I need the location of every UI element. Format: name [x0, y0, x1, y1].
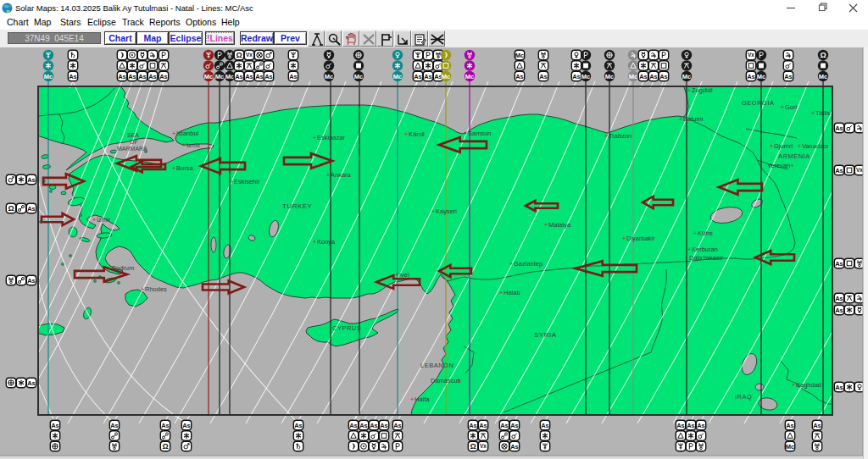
svg-text:As: As	[639, 73, 648, 80]
svg-text:Bursa: Bursa	[176, 164, 193, 172]
svg-text:SYRIA: SYRIA	[534, 331, 557, 339]
svg-text:SEA: SEA	[127, 132, 139, 138]
svg-text:As: As	[784, 73, 793, 80]
svg-text:IRAQ: IRAQ	[735, 393, 752, 401]
svg-text:As: As	[289, 73, 298, 80]
svg-text:Vx: Vx	[246, 52, 253, 58]
svg-text:As: As	[835, 124, 843, 132]
svg-text:Izmit: Izmit	[186, 141, 201, 149]
svg-text:Gaziantep: Gaziantep	[514, 260, 542, 268]
svg-text:Ω: Ω	[8, 204, 14, 213]
svg-text:Mc: Mc	[354, 73, 363, 80]
svg-text:Mc: Mc	[757, 73, 765, 80]
svg-text:As: As	[51, 422, 59, 429]
svg-text:Yerevan: Yerevan	[767, 162, 790, 169]
svg-text:As: As	[510, 443, 519, 451]
svg-text:MARMARA: MARMARA	[117, 146, 147, 152]
svg-text:As: As	[572, 73, 581, 80]
svg-text:Mc: Mc	[393, 73, 402, 80]
svg-text:Mc: Mc	[325, 73, 333, 80]
svg-text:Konya: Konya	[317, 238, 336, 246]
svg-text:Tbilis: Tbilis	[815, 109, 831, 117]
svg-text:Malatya: Malatya	[548, 221, 571, 229]
svg-text:As: As	[182, 422, 191, 429]
svg-text:As: As	[835, 307, 843, 314]
svg-text:As: As	[235, 73, 243, 80]
svg-text:As: As	[500, 422, 509, 429]
svg-text:CYPRUS: CYPRUS	[332, 324, 361, 332]
svg-text:Gjumri: Gjumri	[774, 142, 793, 150]
svg-text:+: +	[790, 162, 794, 169]
svg-text:As: As	[469, 422, 477, 429]
svg-text:As: As	[161, 422, 170, 429]
svg-text:Izmir: Izmir	[97, 216, 111, 224]
svg-text:As: As	[128, 73, 136, 80]
svg-text:As: As	[747, 73, 755, 80]
svg-text:TURKEY: TURKEY	[282, 202, 313, 210]
svg-text:Küfre: Küfre	[698, 230, 713, 237]
svg-text:As: As	[813, 422, 821, 429]
svg-text:Mc: Mc	[225, 73, 234, 80]
svg-text:As: As	[697, 422, 705, 429]
svg-text:Istanbul: Istanbul	[176, 130, 199, 137]
svg-text:As: As	[349, 422, 358, 429]
svg-text:As: As	[835, 167, 843, 174]
svg-text:Eskisehir: Eskisehir	[234, 178, 260, 185]
svg-text:As: As	[27, 277, 36, 285]
svg-text:DalaYakasir: DalaYakasir	[689, 254, 723, 262]
svg-text:Vx: Vx	[856, 167, 863, 173]
svg-text:As: As	[786, 422, 794, 429]
svg-text:As: As	[479, 422, 487, 429]
svg-text:As: As	[138, 73, 147, 80]
svg-text:Mc: Mc	[682, 73, 691, 80]
svg-text:As: As	[294, 422, 303, 429]
svg-text:As: As	[659, 73, 668, 80]
svg-text:As: As	[69, 73, 77, 80]
svg-text:Vanadzor: Vanadzor	[802, 142, 829, 150]
svg-text:Eskipazar: Eskipazar	[317, 134, 345, 141]
svg-text:As: As	[393, 422, 402, 429]
svg-text:Ω: Ω	[236, 51, 242, 59]
svg-text:As: As	[264, 73, 273, 80]
svg-text:Gori: Gori	[785, 103, 798, 111]
svg-text:As: As	[159, 73, 168, 80]
svg-text:As: As	[370, 422, 378, 429]
svg-text:Rhodes: Rhodes	[145, 285, 167, 293]
svg-text:As: As	[687, 422, 695, 429]
svg-text:As: As	[424, 73, 432, 80]
svg-text:GEORGIA: GEORGIA	[742, 99, 775, 107]
svg-text:As: As	[380, 422, 388, 429]
svg-text:Mc: Mc	[442, 73, 450, 80]
svg-text:As: As	[649, 73, 658, 80]
svg-text:Ivel: Ivel	[399, 271, 409, 279]
svg-text:Samsun: Samsun	[468, 130, 492, 137]
svg-text:Halab: Halab	[504, 289, 520, 296]
svg-text:As: As	[539, 73, 548, 80]
svg-text:+: +	[457, 377, 461, 384]
svg-text:ARMENIA: ARMENIA	[778, 152, 810, 160]
svg-text:As: As	[118, 73, 126, 80]
svg-text:Ankara: Ankara	[331, 171, 352, 179]
svg-text:Mc: Mc	[204, 73, 213, 80]
svg-text:Batumi: Batumi	[683, 115, 704, 123]
svg-text:Ω: Ω	[162, 442, 168, 451]
svg-text:Vx: Vx	[748, 52, 754, 58]
svg-text:As: As	[245, 73, 253, 80]
svg-text:Mc: Mc	[215, 73, 224, 80]
svg-text:Bodrum: Bodrum	[112, 264, 134, 272]
svg-text:As: As	[414, 73, 422, 80]
svg-text:As: As	[27, 176, 36, 184]
svg-text:Mc: Mc	[819, 73, 827, 80]
svg-text:As: As	[148, 73, 157, 80]
svg-text:As: As	[27, 205, 36, 213]
svg-text:Kâmil: Kâmil	[409, 130, 425, 138]
svg-text:Zugdidi: Zugdidi	[692, 86, 713, 94]
svg-text:As: As	[835, 260, 843, 268]
svg-text:As: As	[676, 422, 685, 429]
svg-text:Mc: Mc	[605, 73, 614, 80]
svg-text:Kerburan: Kerburan	[692, 246, 718, 253]
svg-text:As: As	[835, 384, 843, 391]
svg-text:Ω: Ω	[470, 442, 476, 451]
svg-text:Mc: Mc	[629, 73, 637, 80]
svg-text:Vx: Vx	[480, 443, 487, 449]
